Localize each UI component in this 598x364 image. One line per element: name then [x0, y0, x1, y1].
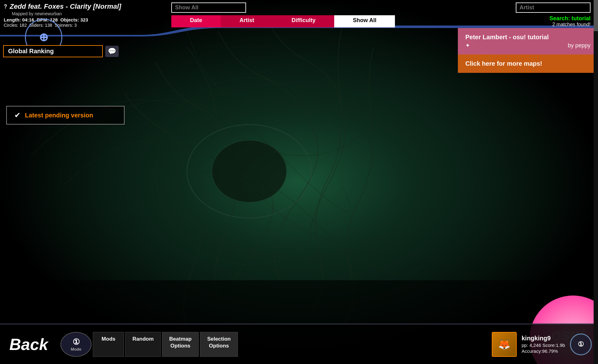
back-button[interactable]: Back — [0, 335, 57, 354]
pending-version-button[interactable]: ✔ Latest pending version — [6, 106, 125, 125]
pending-text: Latest pending version — [25, 112, 93, 119]
mapped-by: Mapped by newnewurban — [12, 11, 158, 16]
player-pp: pp: 4,246 Score:1.9b — [522, 343, 565, 348]
mode-button[interactable]: ① Mode — [60, 332, 92, 357]
beatmap-item-2[interactable]: Click here for more maps! — [458, 54, 598, 73]
scrollbar-thumb[interactable] — [594, 0, 598, 31]
plus-icon: ⊕ — [39, 31, 48, 44]
player-accuracy: Accuracy:96.79% — [522, 348, 565, 354]
beatmap-title-1: Peter Lambert - osu! tutorial — [465, 34, 591, 41]
search-matches: 2 matches found! — [549, 22, 591, 27]
ranking-input[interactable] — [3, 45, 103, 57]
chat-icon[interactable]: 💬 — [105, 46, 119, 57]
filter-tab-show-all[interactable]: Show All — [334, 15, 395, 27]
level-circle: ① — [570, 333, 592, 355]
scrollbar[interactable] — [594, 0, 598, 364]
player-stats: kingking9 pp: 4,246 Score:1.9b Accuracy:… — [522, 335, 565, 354]
question-icon: ? — [4, 3, 7, 10]
bottom-bar: Back ① Mode Mods Random Beatmap Options — [0, 324, 598, 364]
beatmap-author-1: by peppy — [568, 42, 591, 49]
bottom-buttons: ① Mode Mods Random Beatmap Options Selec… — [60, 332, 238, 357]
selection-options-button[interactable]: Selection Options — [200, 332, 238, 357]
song-stats-circles: Circles: 182 Sliders: 138 Spinners: 3 — [4, 23, 158, 28]
song-title: Zedd feat. Foxes - Clarity [Normal] — [10, 2, 121, 11]
player-info: 🦊 kingking9 pp: 4,246 Score:1.9b Accurac… — [492, 332, 598, 357]
song-info-panel: ? Zedd feat. Foxes - Clarity [Normal] Ma… — [0, 0, 162, 31]
star-icon-1: ✦ — [465, 42, 470, 49]
filter-tab-artist[interactable]: Artist — [221, 15, 273, 27]
ranking-input-row[interactable]: 💬 — [3, 45, 119, 57]
filter-tab-date[interactable]: Date — [171, 15, 221, 27]
show-all-input[interactable] — [171, 2, 246, 13]
mods-button[interactable]: Mods — [93, 332, 124, 357]
beatmap-item-1[interactable]: Peter Lambert - osu! tutorial ✦ by peppy — [458, 28, 598, 54]
beatmap-list: Peter Lambert - osu! tutorial ✦ by peppy… — [458, 28, 598, 73]
artist-input[interactable] — [516, 2, 591, 13]
player-avatar: 🦊 — [492, 332, 517, 357]
random-button[interactable]: Random — [125, 332, 161, 357]
checkmark-icon: ✔ — [14, 111, 21, 120]
filter-tab-difficulty[interactable]: Difficulty — [273, 15, 334, 27]
search-label: Search: tutorial — [549, 15, 591, 22]
beatmap-title-2: Click here for more maps! — [465, 60, 591, 67]
player-name: kingking9 — [522, 335, 565, 342]
beatmap-options-button[interactable]: Beatmap Options — [162, 332, 199, 357]
song-stats-length: Length: 04:16 BPM: 128 Objects: 323 — [4, 17, 158, 22]
